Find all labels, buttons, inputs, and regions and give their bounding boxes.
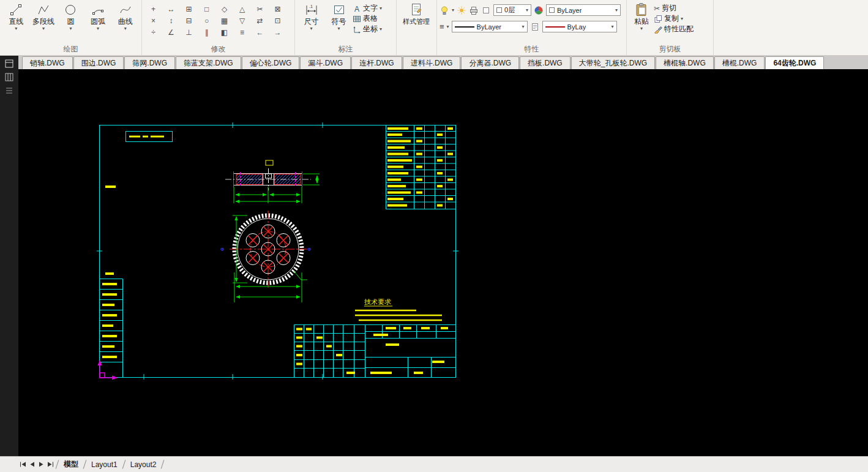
chevron-down-icon: ▾ <box>97 26 99 31</box>
file-tab-7[interactable]: 连杆.DWG <box>351 56 402 69</box>
file-tab-active[interactable]: 64齿轮.DWG <box>765 56 824 69</box>
previous-layout-button[interactable] <box>28 460 37 469</box>
layout-tab-layout1[interactable]: Layout1 <box>87 459 122 471</box>
file-tab-6[interactable]: 漏斗.DWG <box>300 56 351 69</box>
palette-lines-icon[interactable] <box>4 86 14 96</box>
symbol-button[interactable]: 符号 ▾ <box>325 1 353 31</box>
text-icon: A <box>353 4 361 13</box>
file-tab-5[interactable]: 偏心轮.DWG <box>242 56 300 69</box>
chevron-down-icon[interactable]: ▾ <box>447 24 449 29</box>
color-wheel-icon[interactable] <box>534 6 544 15</box>
rectangle-tool-icon[interactable]: □ <box>198 3 215 15</box>
hatch-tool-icon[interactable]: ▦ <box>215 15 233 26</box>
palette-panel-icon[interactable] <box>4 59 14 69</box>
file-tab-4[interactable]: 筛蓝支架.DWG <box>176 56 241 69</box>
file-tab-8[interactable]: 进料斗.DWG <box>403 56 461 69</box>
ribbon-panel-draw: 直线 ▾ 多段线 ▾ 圆 ▾ 圆弧 ▾ <box>0 0 142 55</box>
perpendicular-tool-icon[interactable]: ⊥ <box>180 26 198 38</box>
detail-callout-box[interactable] <box>266 160 273 165</box>
lineweight-select[interactable]: ByLay ▾ <box>542 21 617 32</box>
extend-left-tool-icon[interactable]: ← <box>251 26 269 38</box>
file-tab-13[interactable]: 槽棍.DWG <box>714 56 765 69</box>
tab-separator <box>56 460 59 469</box>
title-block[interactable] <box>294 325 456 378</box>
stretch-tool-icon[interactable]: ↔ <box>162 3 180 15</box>
paste-button[interactable]: 粘贴 ▾ <box>629 1 654 31</box>
file-tab-9[interactable]: 分离器.DWG <box>461 56 519 69</box>
annotate-group-label: 标注 <box>295 44 396 54</box>
explode-tool-icon[interactable]: ⊠ <box>269 3 286 15</box>
polyline-tool-button[interactable]: 多段线 ▾ <box>30 1 58 31</box>
last-layout-button[interactable] <box>46 460 55 469</box>
chevron-down-icon: ▾ <box>612 24 614 29</box>
palette-grid-icon[interactable] <box>4 72 14 82</box>
linetype-select[interactable]: ByLayer ▾ <box>452 21 528 32</box>
layer-box-icon[interactable] <box>481 6 491 15</box>
file-tab-10[interactable]: 挡板.DWG <box>520 56 571 69</box>
lightbulb-icon[interactable] <box>440 6 449 15</box>
rotate-tool-icon[interactable]: ◇ <box>215 3 233 15</box>
clipboard-group-label: 剪切板 <box>627 44 713 54</box>
first-layout-button[interactable] <box>18 460 28 469</box>
offset-tool-icon[interactable]: ⊟ <box>180 15 198 26</box>
spline-tool-button[interactable]: 曲线 ▾ <box>111 1 139 31</box>
line-tool-button[interactable]: 直线 ▾ <box>2 1 30 31</box>
arc-tool-button[interactable]: 圆弧 ▾ <box>84 1 112 31</box>
chevron-down-icon: ▾ <box>124 26 127 31</box>
half-fill-tool-icon[interactable]: ◧ <box>215 26 233 38</box>
chevron-down-icon[interactable]: ▾ <box>452 7 454 13</box>
lineweight-sheet-icon[interactable] <box>530 22 540 32</box>
fillet-tool-icon[interactable]: ○ <box>198 15 215 26</box>
extend-right-tool-icon[interactable]: → <box>269 26 286 38</box>
arc-tool-label: 圆弧 <box>91 17 105 26</box>
match-properties-button[interactable]: 特性匹配 <box>654 24 694 34</box>
scissors-icon: ✂ <box>654 4 660 13</box>
model-space-canvas[interactable]: Φ Φ 技术要求 <box>18 69 868 456</box>
chevron-down-icon: ▾ <box>15 26 17 31</box>
menu-icon[interactable]: ≡ <box>440 23 444 31</box>
move-tool-icon[interactable]: + <box>144 3 162 15</box>
printer-icon[interactable] <box>469 6 479 15</box>
chamfer-tool-icon[interactable]: ▽ <box>233 15 251 26</box>
file-tab-12[interactable]: 槽棍轴.DWG <box>656 56 714 69</box>
ribbon-panel-modify: + ↔ ⊞ □ ◇ △ ✂ ⊠ × ↕ ⊟ ○ ▦ ▽ ⇄ ⊡ ÷ ∠ ⊥ ∥ <box>142 0 295 55</box>
region-tool-icon[interactable]: ⊡ <box>269 15 286 26</box>
trim-tool-icon[interactable]: ✂ <box>251 3 269 15</box>
file-tab-1[interactable]: 销轴.DWG <box>22 56 73 69</box>
swap-tool-icon[interactable]: ⇄ <box>251 15 269 26</box>
diameter-label-right: Φ <box>307 247 311 252</box>
layers-tool-icon[interactable]: ≡ <box>233 26 251 38</box>
file-tab-2[interactable]: 围边.DWG <box>73 56 124 69</box>
copy-label: 复制 <box>664 13 679 24</box>
sun-icon[interactable] <box>457 6 466 15</box>
coordinate-button[interactable]: 坐标 ▾ <box>353 24 382 34</box>
divide-tool-icon[interactable]: ÷ <box>144 26 162 38</box>
file-tab-3[interactable]: 筛网.DWG <box>124 56 175 69</box>
erase-tool-icon[interactable]: × <box>144 15 162 26</box>
chevron-down-icon: ▾ <box>380 6 382 11</box>
ribbon-panel-annotate: .1 尺寸 ▾ 符号 ▾ A 文字 ▾ <box>295 0 397 55</box>
copy-button[interactable]: 复制 ▾ <box>654 13 694 24</box>
layout-tab-model[interactable]: 模型 <box>59 457 83 471</box>
file-tab-11[interactable]: 大带轮_孔板轮.DWG <box>571 56 655 69</box>
next-layout-button[interactable] <box>37 460 46 469</box>
color-select[interactable]: ByLayer ▾ <box>546 4 621 16</box>
array-tool-icon[interactable]: ⊞ <box>180 3 198 15</box>
text-button[interactable]: A 文字 ▾ <box>353 3 382 13</box>
style-manager-button[interactable]: 样式管理 <box>399 1 433 26</box>
technical-requirements[interactable]: 技术要求 <box>355 298 442 320</box>
cut-label: 剪切 <box>662 3 676 13</box>
parallel-tool-icon[interactable]: ∥ <box>198 26 215 38</box>
gear-front-view[interactable] <box>230 211 307 288</box>
circle-tool-button[interactable]: 圆 ▾ <box>57 1 84 31</box>
mirror-tool-icon[interactable]: ↕ <box>162 15 180 26</box>
layer-select[interactable]: 0层 ▾ <box>493 4 531 16</box>
angle-tool-icon[interactable]: ∠ <box>162 26 180 38</box>
tech-req-text-lines <box>355 310 442 320</box>
dimension-button[interactable]: .1 尺寸 ▾ <box>297 1 325 31</box>
scale-tool-icon[interactable]: △ <box>233 3 251 15</box>
symbol-icon <box>332 2 346 17</box>
layout-tab-layout2[interactable]: Layout2 <box>126 459 161 471</box>
cut-button[interactable]: ✂ 剪切 <box>654 3 694 13</box>
table-button[interactable]: 表格 <box>353 13 382 24</box>
